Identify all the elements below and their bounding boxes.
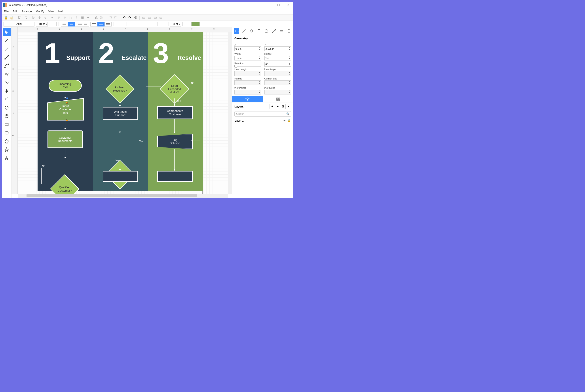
ellipse-tool[interactable] [3, 104, 11, 112]
selection-handle-rotate[interactable] [66, 97, 68, 99]
canvas[interactable]: 1 Support Incoming Call Input Customer I… [18, 32, 232, 194]
menu-file[interactable]: File [4, 10, 9, 13]
align-distribute-v-icon[interactable] [74, 15, 79, 20]
tab-text[interactable]: T [256, 28, 262, 34]
tab-library[interactable] [263, 96, 294, 102]
selection-handle[interactable] [66, 102, 68, 104]
shape-input-customer-info-selected[interactable]: Input Customer Info [47, 98, 84, 120]
align-distribute-h-icon[interactable] [49, 15, 54, 20]
selection-tool[interactable] [3, 28, 11, 36]
pie-tool[interactable] [3, 112, 11, 120]
rect-tool[interactable] [3, 120, 11, 128]
line-tool[interactable] [3, 45, 11, 53]
maximize-button[interactable]: ☐ [276, 3, 281, 7]
layer-menu-button[interactable]: ▾ [286, 104, 291, 109]
shape-customer-documents[interactable]: Customer Documents [48, 130, 83, 148]
layer-row-1[interactable]: Layer 1 👁🔓 [232, 118, 294, 124]
shape-2nd-level-support[interactable]: 2nd Level Support [103, 107, 138, 120]
add-layer-button[interactable]: + [270, 104, 275, 109]
stroke-style-dashed[interactable] [158, 22, 169, 26]
polyline-tool[interactable] [3, 70, 11, 78]
menu-view[interactable]: View [48, 10, 54, 13]
horizontal-scrollbar[interactable] [18, 194, 228, 198]
shape-process-next[interactable] [103, 171, 138, 182]
panel-escalate[interactable]: 2 Escalate Problem Resolved? 2nd Level S… [93, 32, 148, 191]
group4-icon[interactable]: ▭ [158, 15, 163, 20]
unlock-icon[interactable]: 🔓 [9, 15, 14, 20]
send-backward-icon[interactable]: ⬚ [113, 15, 118, 20]
rotate-right-icon[interactable]: ↷ [127, 15, 132, 20]
remove-layer-button[interactable]: − [275, 104, 280, 109]
font-size-input[interactable]: 10 pt▲▼ [36, 22, 48, 26]
align-distribute2-icon[interactable]: ▦ [80, 15, 85, 20]
pencil-tool[interactable] [3, 37, 11, 44]
input-y[interactable]: 3.125 in▲▼ [264, 46, 291, 51]
text-valign-middle-button[interactable] [97, 22, 105, 26]
shape-qualified-customer[interactable]: Qualified Customer? [50, 174, 79, 194]
tab-fill[interactable] [249, 28, 254, 34]
scrollbar-thumb[interactable] [27, 194, 197, 197]
bring-forward-icon[interactable]: ⬚ [108, 15, 112, 20]
text-align-right-button[interactable] [75, 22, 82, 26]
stroke-color-swatch[interactable] [182, 22, 190, 26]
stroke-width-input[interactable]: 3 pt▲▼ [170, 22, 181, 26]
align-left-obj-icon[interactable] [18, 15, 22, 20]
text-color-swatch[interactable] [49, 22, 57, 26]
flip-v-icon[interactable] [99, 15, 104, 20]
menu-modify[interactable]: Modify [36, 10, 44, 13]
align-right-obj-icon[interactable] [23, 15, 28, 20]
text-align-justify-button[interactable] [82, 22, 89, 26]
minimize-button[interactable]: — [266, 3, 272, 7]
visibility-icon[interactable]: 👁 [283, 119, 286, 122]
group3-icon[interactable]: ▭ [153, 15, 158, 20]
group-icon[interactable]: ▭ [141, 15, 146, 20]
input-rotation[interactable]: 0°▲▼ [264, 62, 291, 67]
vertical-scrollbar[interactable] [228, 32, 232, 194]
input-corner-size[interactable]: ▲▼ [264, 80, 291, 85]
stroke-style-preview[interactable] [127, 22, 158, 26]
menu-edit[interactable]: Edit [13, 10, 18, 13]
tab-geometry[interactable] [234, 28, 239, 34]
connection-tool[interactable] [3, 54, 11, 61]
panel-support[interactable]: 1 Support Incoming Call Input Customer I… [38, 32, 93, 191]
input-line-length[interactable]: ▲▼ [234, 71, 261, 76]
menu-arrange[interactable]: Arrange [22, 10, 32, 13]
pen-tool[interactable] [3, 87, 11, 95]
tab-ruler[interactable] [279, 28, 284, 34]
input-num-sides[interactable]: ▲▼ [264, 90, 291, 94]
text-align-center-button[interactable] [68, 22, 75, 26]
tab-page[interactable] [286, 28, 291, 34]
tab-stroke[interactable] [241, 28, 247, 34]
align-right-icon[interactable] [43, 15, 48, 20]
tab-shadow[interactable] [264, 28, 269, 34]
align-bottom-icon[interactable] [68, 15, 73, 20]
star-tool[interactable] [3, 146, 11, 154]
input-radius[interactable]: ▲▼ [234, 80, 261, 85]
lock-icon[interactable]: 🔓 [287, 119, 291, 122]
stroke-style-none[interactable] [116, 22, 127, 26]
panel-resolve[interactable]: 3 Resolve Effort Exceeded 4 Hrs? No Yes … [148, 32, 203, 191]
arc-tool[interactable] [3, 95, 11, 103]
flip-h-icon[interactable] [94, 15, 99, 20]
fill-color-swatch[interactable] [191, 22, 200, 26]
rotation-slider[interactable] [234, 66, 261, 67]
lock-icon[interactable]: 🔒 [4, 15, 9, 20]
input-width[interactable]: 1.5 in▲▼ [234, 56, 261, 60]
tab-layers[interactable] [232, 96, 263, 102]
menu-help[interactable]: Help [58, 10, 64, 13]
layer-search-input[interactable]: Search🔍 [234, 111, 291, 116]
shape-process-next3[interactable] [157, 171, 193, 182]
rotate-left-icon[interactable]: ↶ [122, 15, 126, 20]
close-button[interactable]: ✕ [285, 3, 291, 7]
roundrect-tool[interactable] [3, 129, 11, 137]
input-x[interactable]: 0.5 in▲▼ [234, 46, 261, 51]
polygon-tool[interactable] [3, 137, 11, 145]
curve-tool[interactable] [3, 62, 11, 70]
text-valign-bottom-button[interactable] [105, 22, 112, 26]
tab-connector[interactable] [271, 28, 276, 34]
input-height[interactable]: 1 in▲▼ [264, 56, 291, 60]
font-name-select[interactable]: Arial [4, 22, 35, 26]
text-valign-top-button[interactable] [90, 22, 97, 26]
input-line-angle[interactable]: ▲▼ [264, 71, 291, 76]
shape-incoming-call[interactable]: Incoming Call [49, 80, 82, 92]
